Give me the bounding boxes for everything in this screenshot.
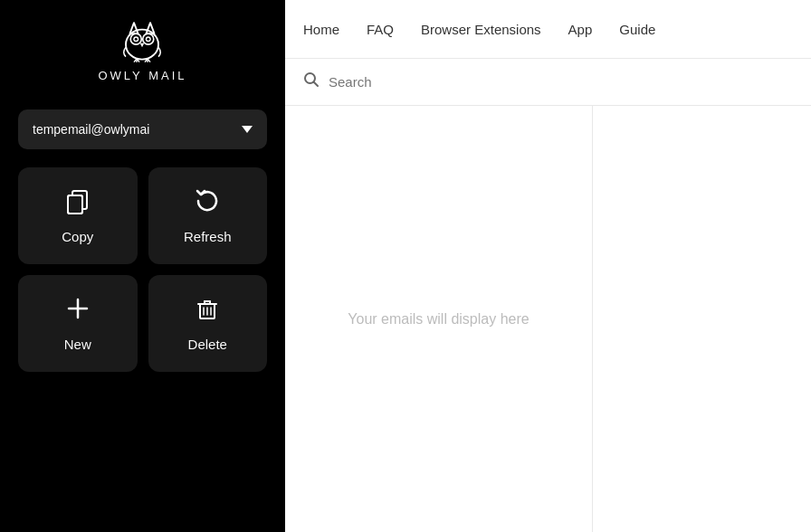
- email-dropdown[interactable]: tempemail@owlymai: [18, 109, 267, 149]
- search-area: [285, 59, 811, 106]
- nav-guide[interactable]: Guide: [619, 18, 655, 41]
- search-input[interactable]: [329, 74, 793, 90]
- nav-faq[interactable]: FAQ: [367, 18, 394, 41]
- svg-marker-9: [140, 43, 145, 48]
- svg-point-7: [135, 38, 138, 41]
- delete-label: Delete: [188, 337, 227, 352]
- delete-icon: [194, 295, 221, 326]
- nav-browser-extensions[interactable]: Browser Extensions: [421, 18, 541, 41]
- main-content: Home FAQ Browser Extensions App Guide Yo…: [285, 0, 811, 532]
- chevron-down-icon: [242, 126, 253, 133]
- svg-line-30: [314, 82, 319, 87]
- new-label: New: [64, 337, 91, 352]
- main-split: Your emails will display here: [285, 106, 811, 532]
- logo-area: OWLY MAIL: [98, 18, 186, 82]
- email-detail-panel: [593, 106, 811, 532]
- email-display: tempemail@owlymai: [33, 122, 149, 137]
- sidebar: OWLY MAIL tempemail@owlymai Copy: [0, 0, 285, 532]
- empty-message: Your emails will display here: [348, 311, 529, 328]
- delete-button[interactable]: Delete: [148, 275, 268, 372]
- refresh-label: Refresh: [184, 229, 232, 244]
- action-grid: Copy Refresh New: [18, 167, 267, 372]
- refresh-icon: [194, 187, 221, 218]
- nav-app[interactable]: App: [568, 18, 593, 41]
- refresh-button[interactable]: Refresh: [148, 167, 268, 264]
- nav-home[interactable]: Home: [303, 18, 339, 41]
- copy-icon: [64, 187, 91, 218]
- email-list-panel: Your emails will display here: [285, 106, 593, 532]
- svg-rect-17: [68, 195, 82, 214]
- svg-point-8: [148, 38, 150, 41]
- top-nav: Home FAQ Browser Extensions App Guide: [285, 0, 811, 59]
- copy-label: Copy: [62, 229, 93, 244]
- search-icon: [303, 71, 320, 92]
- copy-button[interactable]: Copy: [18, 167, 138, 264]
- new-button[interactable]: New: [18, 275, 138, 372]
- owl-logo-icon: [115, 18, 169, 63]
- new-icon: [64, 295, 91, 326]
- brand-name: OWLY MAIL: [98, 69, 186, 82]
